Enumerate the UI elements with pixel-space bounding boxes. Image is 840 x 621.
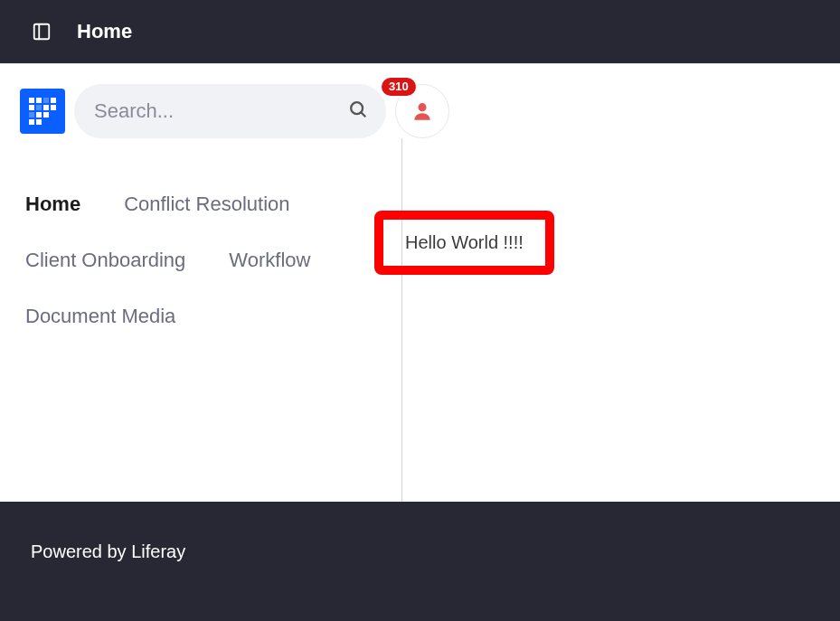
- user-menu[interactable]: 310: [395, 84, 449, 138]
- toolbar: 310: [0, 64, 840, 138]
- site-logo[interactable]: [20, 89, 65, 134]
- svg-rect-8: [43, 105, 49, 110]
- svg-rect-0: [34, 24, 50, 40]
- svg-rect-4: [43, 98, 49, 103]
- portlet-message: Hello World !!!!: [405, 232, 524, 252]
- search-input[interactable]: [74, 84, 386, 138]
- nav-link-document-media[interactable]: Document Media: [25, 305, 175, 328]
- svg-rect-11: [36, 112, 42, 118]
- sidebar-toggle-icon[interactable]: [32, 22, 52, 42]
- svg-rect-12: [43, 112, 49, 118]
- nav-link-conflict-resolution[interactable]: Conflict Resolution: [124, 193, 289, 216]
- nav-links: Home Conflict Resolution Client Onboardi…: [25, 193, 402, 328]
- svg-rect-7: [36, 105, 42, 110]
- user-icon: [411, 99, 434, 123]
- footer: Powered by Liferay: [0, 502, 840, 621]
- svg-rect-9: [51, 105, 56, 110]
- svg-rect-10: [29, 112, 34, 118]
- topbar: Home: [0, 0, 840, 63]
- svg-rect-5: [51, 98, 56, 103]
- svg-rect-13: [29, 119, 34, 125]
- svg-point-15: [351, 102, 363, 114]
- svg-point-17: [418, 103, 426, 111]
- search-wrap: [74, 84, 386, 138]
- portlet-highlight: Hello World !!!!: [374, 211, 554, 275]
- svg-rect-3: [36, 98, 42, 103]
- search-icon[interactable]: [348, 99, 368, 123]
- nav-link-home[interactable]: Home: [25, 193, 80, 216]
- column-divider: [401, 138, 402, 559]
- svg-rect-6: [29, 105, 34, 110]
- nav: Home Conflict Resolution Client Onboardi…: [0, 138, 402, 495]
- footer-text: Powered by Liferay: [31, 541, 185, 561]
- svg-rect-2: [29, 98, 34, 103]
- nav-link-workflow[interactable]: Workflow: [229, 249, 310, 272]
- nav-link-client-onboarding[interactable]: Client Onboarding: [25, 249, 185, 272]
- notification-badge: 310: [382, 78, 416, 96]
- svg-rect-14: [36, 119, 42, 125]
- page-title: Home: [77, 20, 132, 43]
- svg-line-16: [361, 112, 365, 117]
- content-area: Home Conflict Resolution Client Onboardi…: [0, 138, 840, 495]
